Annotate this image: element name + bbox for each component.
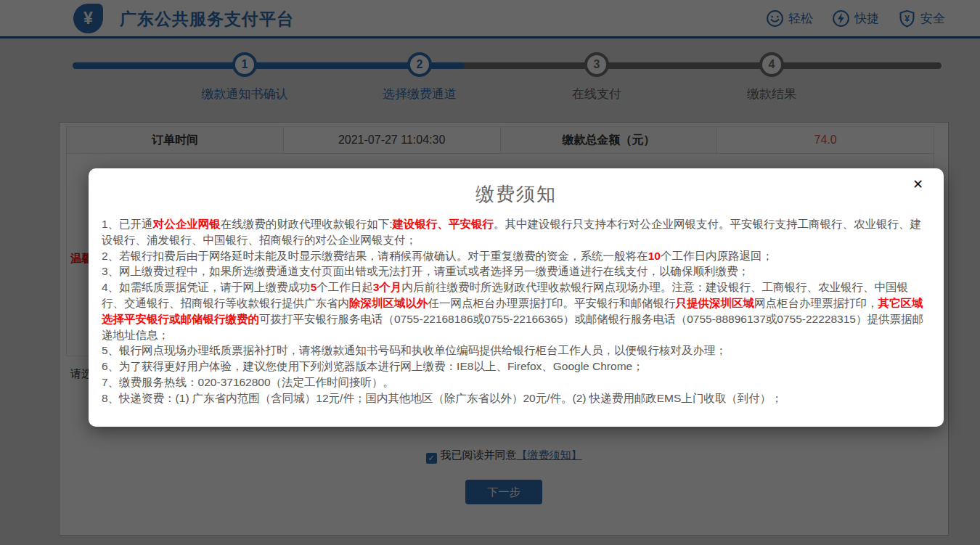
notice-item-4: 4、如需纸质票据凭证，请于网上缴费成功5个工作日起3个月内后前往缴费时所选财政代…	[102, 279, 928, 343]
notice-list: 1、已开通对公企业网银在线缴费的财政代理收款银行如下:建设银行、平安银行。其中建…	[89, 216, 944, 406]
notice-item-8: 8、快递资费：(1) 广东省内范围（含同城）12元/件；国内其他地区（除广东省以…	[102, 390, 928, 406]
notice-text: 个工作日内原路退回；	[661, 250, 773, 262]
payment-notice-modal: ✕ 缴费须知 1、已开通对公企业网银在线缴费的财政代理收款银行如下:建设银行、平…	[89, 168, 944, 427]
notice-text: 任一网点柜台办理票据打印。平安银行和邮储银行	[428, 297, 676, 309]
notice-highlight: 对公企业网银	[153, 218, 221, 230]
notice-highlight: 建设银行、平安银行	[392, 218, 494, 230]
notice-item-2: 2、若银行扣费后由于网络延时未能及时显示缴费结果，请稍候再做确认。对于重复缴费的…	[102, 248, 928, 264]
notice-text: 4、如需纸质票据凭证，请于网上缴费成功	[102, 281, 311, 293]
notice-text: 6、为了获得更好用户体验，建议您使用下列浏览器版本进行网上缴费：IE8以上、Fi…	[102, 360, 644, 372]
notice-text: 8、快递资费：(1) 广东省内范围（含同城）12元/件；国内其他地区（除广东省以…	[102, 392, 783, 404]
close-icon[interactable]: ✕	[912, 178, 923, 191]
notice-highlight: 5	[311, 281, 317, 293]
notice-item-3: 3、网上缴费过程中，如果所选缴费通道支付页面出错或无法打开，请重试或者选择另一缴…	[102, 263, 928, 279]
notice-text: 在线缴费的财政代理收款银行如下:	[221, 218, 393, 230]
notice-text: 2、若银行扣费后由于网络延时未能及时显示缴费结果，请稍候再做确认。对于重复缴费的…	[102, 250, 648, 262]
notice-item-5: 5、银行网点现场办理纸质票据补打时，请将缴款通知书号码和执收单位编码提供给银行柜…	[102, 343, 928, 358]
notice-highlight: 只提供深圳区域	[676, 297, 755, 309]
notice-text: 1、已开通	[102, 218, 153, 230]
notice-highlight: 除深圳区域以外	[349, 297, 428, 309]
notice-text: 网点柜台办理票据打印，	[754, 297, 878, 309]
modal-title: 缴费须知	[89, 181, 944, 207]
notice-text: 7、缴费服务热线：020-37162800（法定工作时间接听）。	[102, 376, 394, 388]
notice-text: 5、银行网点现场办理纸质票据补打时，请将缴款通知书号码和执收单位编码提供给银行柜…	[102, 344, 727, 356]
notice-item-7: 7、缴费服务热线：020-37162800（法定工作时间接听）。	[102, 374, 928, 390]
notice-highlight: 3个月	[373, 281, 402, 293]
notice-text: 个工作日起	[317, 281, 373, 293]
notice-item-6: 6、为了获得更好用户体验，建议您使用下列浏览器版本进行网上缴费：IE8以上、Fi…	[102, 358, 928, 374]
notice-highlight: 10	[648, 250, 661, 262]
notice-text: 3、网上缴费过程中，如果所选缴费通道支付页面出错或无法打开，请重试或者选择另一缴…	[102, 265, 749, 277]
notice-item-1: 1、已开通对公企业网银在线缴费的财政代理收款银行如下:建设银行、平安银行。其中建…	[102, 216, 928, 248]
